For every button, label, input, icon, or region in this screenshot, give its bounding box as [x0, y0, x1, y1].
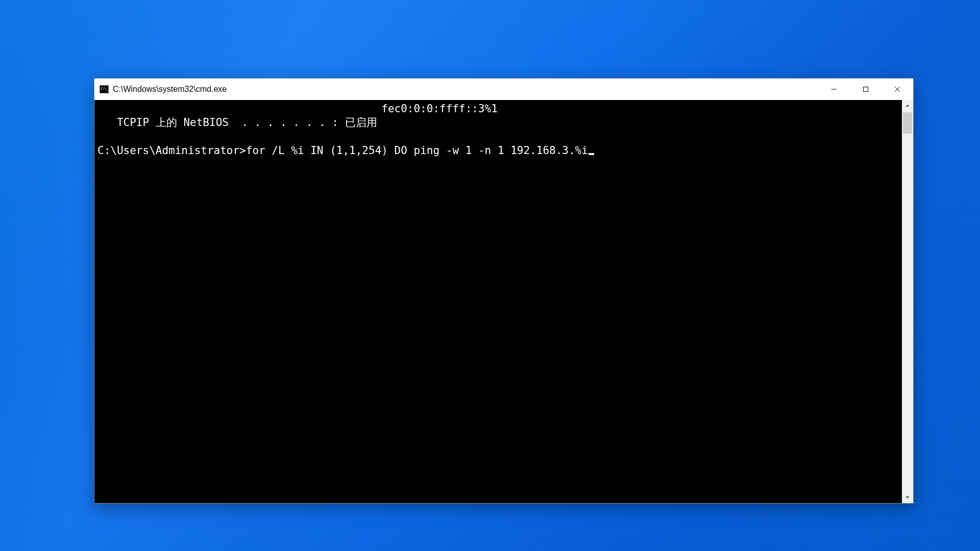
- scrollbar[interactable]: [902, 100, 913, 503]
- chevron-down-icon: [905, 495, 910, 500]
- cmd-window: C:\Windows\system32\cmd.exe fec0:0:0:fff…: [94, 78, 914, 504]
- chevron-up-icon: [905, 103, 910, 108]
- terminal-area[interactable]: fec0:0:0:ffff::3%1 TCPIP 上的 NetBIOS . . …: [94, 100, 913, 503]
- titlebar[interactable]: C:\Windows\system32\cmd.exe: [94, 79, 913, 100]
- scroll-thumb[interactable]: [903, 112, 912, 134]
- terminal-prompt-line: C:\Users\Administrator>for /L %i IN (1,1…: [97, 144, 594, 157]
- window-controls: [818, 79, 913, 100]
- terminal-prompt: C:\Users\Administrator>: [97, 144, 246, 157]
- minimize-button[interactable]: [818, 79, 850, 100]
- cmd-icon: [100, 85, 109, 93]
- svg-rect-1: [864, 87, 868, 92]
- scroll-up-button[interactable]: [902, 100, 913, 111]
- terminal-output-line: TCPIP 上的 NetBIOS . . . . . . . : 已启用: [97, 116, 377, 129]
- maximize-icon: [863, 86, 869, 92]
- close-button[interactable]: [881, 79, 913, 100]
- cursor: [589, 153, 594, 155]
- minimize-icon: [831, 86, 837, 92]
- window-title: C:\Windows\system32\cmd.exe: [113, 85, 818, 94]
- terminal-output-line: fec0:0:0:ffff::3%1: [97, 103, 498, 115]
- close-icon: [894, 86, 900, 92]
- scroll-track[interactable]: [902, 111, 913, 492]
- scroll-down-button[interactable]: [902, 492, 913, 503]
- maximize-button[interactable]: [850, 79, 881, 100]
- terminal-command: for /L %i IN (1,1,254) DO ping -w 1 -n 1…: [246, 144, 588, 157]
